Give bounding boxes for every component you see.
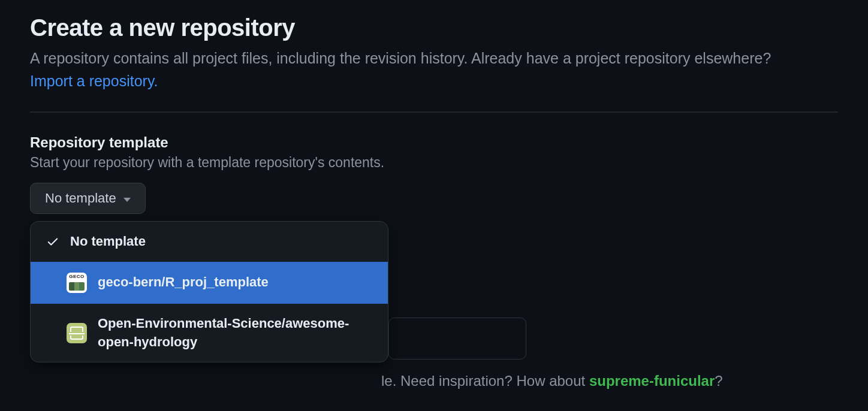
repo-name-suggestion[interactable]: supreme-funicular <box>589 373 715 389</box>
template-select-label: No template <box>45 191 116 206</box>
divider <box>30 111 838 113</box>
dropdown-item-no-template[interactable]: No template <box>31 222 388 262</box>
import-repository-link[interactable]: Import a repository. <box>30 72 158 89</box>
dropdown-item-geco[interactable]: geco-bern/R_proj_template <box>31 262 388 304</box>
hint-text-fragment: le. Need inspiration? How about <box>381 373 589 389</box>
caret-down-icon <box>123 198 131 202</box>
hint-question-mark: ? <box>715 373 722 389</box>
page-title: Create a new repository <box>30 14 838 41</box>
org-avatar-icon <box>67 273 87 293</box>
dropdown-item-label: geco-bern/R_proj_template <box>98 273 269 292</box>
template-section-description: Start your repository with a template re… <box>30 155 838 171</box>
subtitle-text: A repository contains all project files,… <box>30 50 771 67</box>
template-section-label: Repository template <box>30 134 838 151</box>
dropdown-item-label: Open-Environmental-Science/awesome-open-… <box>98 315 375 352</box>
template-select-button[interactable]: No template <box>30 183 146 214</box>
template-dropdown: No template geco-bern/R_proj_template Op… <box>30 221 388 362</box>
org-avatar-icon <box>67 323 87 343</box>
page-subtitle: A repository contains all project files,… <box>30 47 797 92</box>
check-icon <box>46 235 59 248</box>
dropdown-item-oes[interactable]: Open-Environmental-Science/awesome-open-… <box>31 304 388 362</box>
repo-name-input[interactable] <box>388 318 526 359</box>
name-hint-text: le. Need inspiration? How about supreme-… <box>381 373 723 389</box>
dropdown-item-label: No template <box>70 232 146 251</box>
